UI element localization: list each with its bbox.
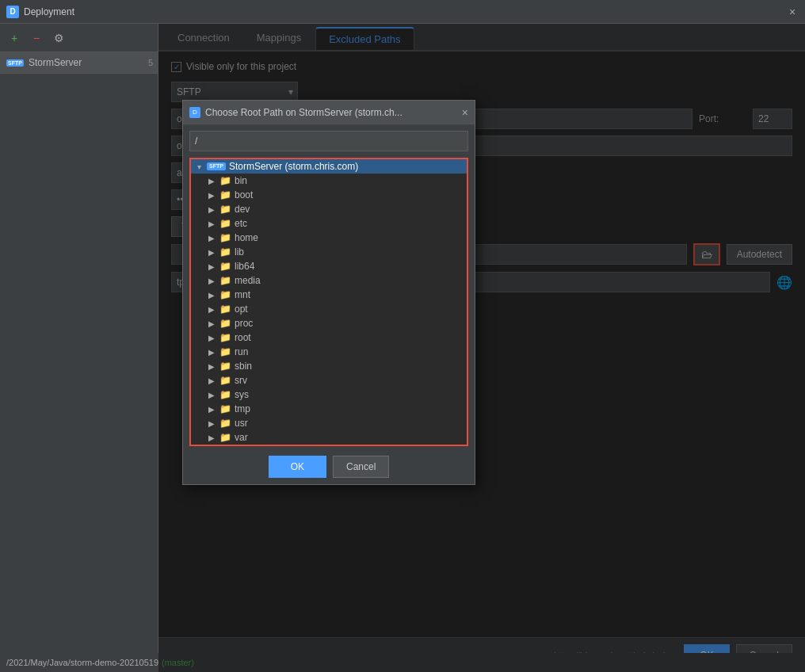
folder-icon: 📁: [219, 418, 231, 429]
list-item[interactable]: ▶ 📁 tmp: [204, 402, 467, 416]
folder-icon: 📁: [219, 389, 231, 400]
title-bar: D Deployment ×: [0, 0, 805, 24]
folder-icon: 📁: [219, 175, 231, 186]
chevron-right-icon: ▶: [207, 319, 216, 328]
list-item[interactable]: ▶ 📁 boot: [204, 188, 467, 202]
chevron-right-icon: ▶: [207, 191, 216, 200]
dialog-buttons: OK Cancel: [183, 449, 475, 484]
chevron-right-icon: ▶: [207, 405, 216, 414]
chevron-right-icon: ▶: [207, 205, 216, 214]
list-item[interactable]: ▶ 📁 sys: [204, 388, 467, 402]
chevron-right-icon: ▶: [207, 348, 216, 357]
main-container: + − ⚙ SFTP StormServer 5 Connection Mapp…: [0, 24, 805, 672]
list-item[interactable]: ▶ 📁 home: [204, 231, 467, 245]
chevron-right-icon: ▶: [207, 419, 216, 428]
folder-icon: 📁: [219, 218, 231, 229]
tree-node-label: boot: [235, 189, 253, 200]
root-node-label: StormServer (storm.chris.com): [229, 161, 358, 172]
server-name: StormServer: [29, 57, 82, 68]
file-tree: ▾ SFTP StormServer (storm.chris.com) ▶ 📁…: [189, 158, 468, 446]
dialog-close-button[interactable]: ×: [462, 106, 468, 119]
remove-server-button[interactable]: −: [29, 30, 44, 46]
list-item[interactable]: ▶ 📁 media: [204, 273, 467, 288]
tree-node-label: usr: [235, 418, 248, 429]
chevron-right-icon: ▶: [207, 177, 216, 185]
list-item[interactable]: ▶ 📁 usr: [204, 416, 467, 430]
sidebar-number: 5: [148, 58, 153, 67]
folder-icon: 📁: [219, 275, 231, 286]
folder-icon: 📁: [219, 204, 231, 215]
deployment-area: Connection Mappings Excluded Paths Visib…: [158, 24, 805, 672]
folder-icon: 📁: [219, 246, 231, 258]
folder-icon: 📁: [219, 232, 231, 243]
sftp-badge: SFTP: [6, 59, 24, 67]
list-item[interactable]: ▶ 📁 bin: [204, 174, 467, 188]
folder-icon: 📁: [219, 318, 231, 329]
chevron-right-icon: ▶: [207, 391, 216, 399]
folder-icon: 📁: [219, 332, 231, 343]
chevron-right-icon: ▶: [207, 262, 216, 271]
tree-node-label: tmp: [235, 403, 250, 414]
list-item[interactable]: ▶ 📁 proc: [204, 316, 467, 330]
tree-node-label: dev: [235, 204, 250, 215]
chevron-down-icon: ▾: [194, 162, 204, 171]
settings-button[interactable]: ⚙: [51, 30, 67, 46]
list-item[interactable]: ▶ 📁 dev: [204, 202, 467, 216]
list-item[interactable]: ▶ 📁 sbin: [204, 359, 467, 373]
tree-node-label: sbin: [235, 361, 252, 372]
close-button[interactable]: ×: [786, 6, 799, 18]
dialog-title-bar: D Choose Root Path on StormServer (storm…: [183, 101, 475, 124]
tree-node-label: srv: [235, 375, 247, 386]
list-item[interactable]: ▶ 📁 lib64: [204, 259, 467, 273]
list-item[interactable]: ▶ 📁 run: [204, 345, 467, 359]
list-item[interactable]: ▶ 📁 var: [204, 430, 467, 445]
folder-icon: 📁: [219, 432, 231, 443]
list-item[interactable]: ▶ 📁 mnt: [204, 288, 467, 302]
folder-icon: 📁: [219, 189, 231, 200]
list-item[interactable]: ▶ 📁 opt: [204, 302, 467, 316]
dialog-cancel-button[interactable]: Cancel: [333, 456, 389, 478]
tree-node-label: lib: [235, 246, 244, 258]
dialog-title: Choose Root Path on StormServer (storm.c…: [205, 107, 457, 118]
server-item[interactable]: SFTP StormServer 5: [0, 52, 158, 74]
tree-children: ▶ 📁 bin ▶ 📁 boot ▶ 📁 dev: [191, 174, 467, 445]
chevron-right-icon: ▶: [207, 220, 216, 228]
dialog-ok-button[interactable]: OK: [269, 456, 326, 478]
sidebar: + − ⚙ SFTP StormServer 5: [0, 24, 158, 672]
tree-root-node[interactable]: ▾ SFTP StormServer (storm.chris.com): [191, 159, 467, 174]
chevron-right-icon: ▶: [207, 362, 216, 371]
title-bar-text: Deployment: [24, 6, 786, 17]
tree-node-label: mnt: [235, 289, 250, 300]
tree-node-label: run: [235, 346, 248, 357]
list-item[interactable]: ▶ 📁 root: [204, 330, 467, 345]
tree-node-label: home: [235, 232, 258, 243]
folder-icon: 📁: [219, 346, 231, 357]
tree-node-label: lib64: [235, 261, 254, 272]
chevron-right-icon: ▶: [207, 291, 216, 300]
chevron-right-icon: ▶: [207, 248, 216, 257]
chevron-right-icon: ▶: [207, 277, 216, 285]
sidebar-toolbar: + − ⚙: [0, 24, 158, 52]
status-path: /2021/May/Java/storm-demo-20210519: [6, 658, 158, 667]
list-item[interactable]: ▶ 📁 lib: [204, 245, 467, 259]
list-item[interactable]: ▶ 📁 srv: [204, 373, 467, 388]
list-item[interactable]: ▶ 📁 etc: [204, 216, 467, 231]
add-server-button[interactable]: +: [6, 30, 22, 46]
tree-node-label: sys: [235, 389, 249, 400]
tree-node-label: opt: [235, 304, 248, 315]
tree-node-label: var: [235, 432, 248, 443]
dialog-icon: D: [189, 107, 200, 118]
folder-icon: 📁: [219, 361, 231, 372]
chevron-right-icon: ▶: [207, 433, 216, 442]
dialog-path-input[interactable]: [189, 131, 468, 151]
chevron-right-icon: ▶: [207, 305, 216, 314]
tree-node-label: proc: [235, 318, 253, 329]
tree-node-label: bin: [235, 175, 247, 186]
chevron-right-icon: ▶: [207, 376, 216, 385]
tree-node-label: etc: [235, 218, 247, 229]
folder-icon: 📁: [219, 261, 231, 272]
folder-icon: 📁: [219, 403, 231, 414]
chevron-right-icon: ▶: [207, 234, 216, 242]
tree-node-label: media: [235, 275, 261, 286]
folder-icon: 📁: [219, 375, 231, 386]
